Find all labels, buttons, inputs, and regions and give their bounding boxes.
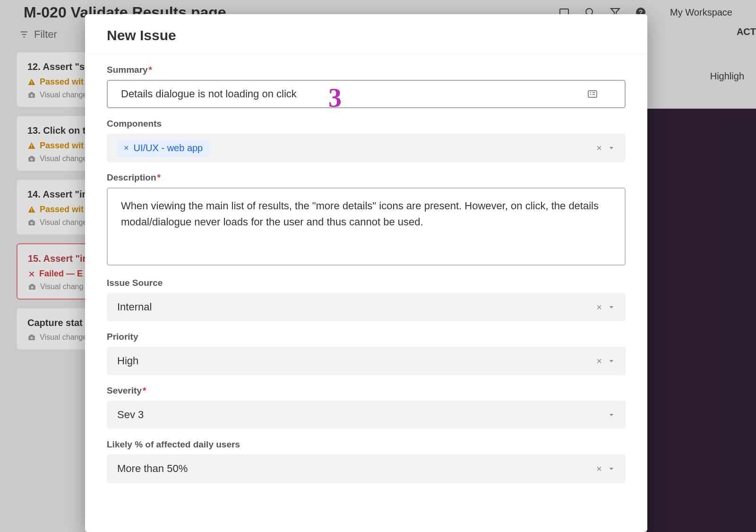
summary-input[interactable]: Details dialogue is not loading on click xyxy=(107,80,626,108)
clear-icon[interactable]: × xyxy=(596,463,602,474)
severity-value: Sev 3 xyxy=(117,409,144,421)
card-icon[interactable] xyxy=(587,88,598,100)
affected-pct-value: More than 50% xyxy=(117,463,188,475)
affected-pct-label: Likely % of affected daily users xyxy=(107,439,626,450)
components-label: Components xyxy=(107,119,626,129)
priority-label: Priority xyxy=(107,332,626,342)
modal-body: Summary Details dialogue is not loading … xyxy=(85,54,647,532)
issue-source-value: Internal xyxy=(117,301,152,313)
svg-marker-38 xyxy=(610,306,613,309)
affected-pct-select[interactable]: More than 50% × xyxy=(107,455,626,483)
svg-marker-41 xyxy=(610,468,613,470)
priority-value: High xyxy=(117,355,138,367)
svg-marker-40 xyxy=(610,414,613,416)
modal-header: New Issue xyxy=(85,14,647,54)
caret-down-icon[interactable] xyxy=(608,357,615,365)
summary-value: Details dialogue is not loading on click xyxy=(121,88,587,100)
issue-source-label: Issue Source xyxy=(107,278,626,288)
svg-marker-37 xyxy=(610,147,613,149)
caret-down-icon[interactable] xyxy=(608,144,615,152)
summary-label: Summary xyxy=(107,65,626,75)
description-label: Description xyxy=(107,172,626,183)
caret-down-icon[interactable] xyxy=(608,303,615,311)
svg-marker-39 xyxy=(610,360,613,362)
severity-select[interactable]: Sev 3 xyxy=(107,401,626,429)
caret-down-icon[interactable] xyxy=(608,411,615,419)
clear-icon[interactable]: × xyxy=(596,356,602,367)
issue-source-select[interactable]: Internal × xyxy=(107,293,626,321)
severity-label: Severity xyxy=(107,386,626,396)
modal-title: New Issue xyxy=(107,27,626,43)
clear-icon[interactable]: × xyxy=(596,143,602,154)
chip-remove-icon[interactable]: × xyxy=(124,143,129,153)
new-issue-modal: New Issue Summary Details dialogue is no… xyxy=(85,14,647,532)
chip-label: UI/UX - web app xyxy=(134,143,203,154)
priority-select[interactable]: High × xyxy=(107,347,626,375)
description-textarea[interactable] xyxy=(107,188,626,266)
caret-down-icon[interactable] xyxy=(608,465,615,472)
component-chip[interactable]: × UI/UX - web app xyxy=(117,140,209,156)
components-select[interactable]: × UI/UX - web app × xyxy=(107,134,626,162)
clear-icon[interactable]: × xyxy=(596,302,602,313)
